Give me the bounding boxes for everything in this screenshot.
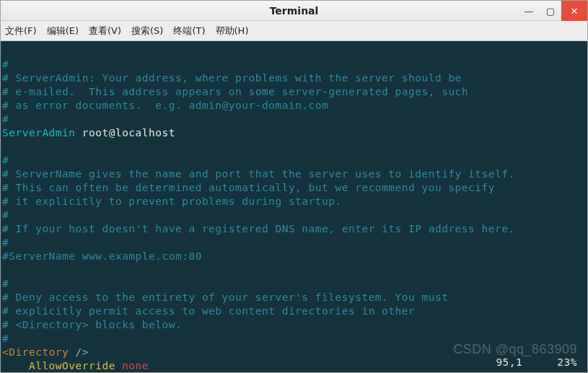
directive-serveradmin: ServerAdmin [2,127,76,139]
config-line: # [2,154,9,166]
config-line: # it explicitly to prevent problems duri… [2,196,342,207]
window-title: Terminal [270,5,319,17]
menu-view[interactable]: 查看(V) [89,25,121,38]
menu-terminal[interactable]: 终端(T) [173,25,205,38]
config-line: # explicitly permit access to web conten… [2,305,415,317]
directory-tag-open: <Directory [2,346,76,358]
scroll-percent: 23% [557,356,577,369]
menu-edit[interactable]: 编辑(E) [47,25,79,38]
terminal-output[interactable]: # # ServerAdmin: Your address, where pro… [1,41,587,372]
config-line: # e-mailed. This address appears on some… [2,86,468,97]
config-line: #ServerName www.example.com:80 [2,250,202,262]
config-line: # Deny access to the entirety of your se… [2,291,448,303]
directive-allowoverride-value: none [122,360,149,372]
menu-search[interactable]: 搜索(S) [131,25,163,38]
directive-serveradmin-value: root@localhost [76,127,175,139]
config-line: # as error documents. e.g. admin@your-do… [2,100,328,111]
window-controls: — ▢ ✕ [518,1,587,21]
config-line: # [2,113,9,125]
config-line: # This can often be determined automatic… [2,182,495,193]
cursor-position: 95,1 [496,356,522,369]
config-line: # If your host doesn't have a registered… [2,223,515,234]
menubar: 文件(F) 编辑(E) 查看(V) 搜索(S) 终端(T) 帮助(H) [1,21,587,41]
directory-tag-close: > [82,346,89,358]
close-button[interactable]: ✕ [561,1,587,21]
directory-path: / [76,346,82,358]
minimize-button[interactable]: — [518,2,540,19]
vim-status-line: 95,1 23% [496,356,577,369]
menu-help[interactable]: 帮助(H) [216,25,249,38]
directive-allowoverride: AllowOverride [2,360,122,372]
config-line: # ServerAdmin: Your address, where probl… [2,72,462,84]
titlebar: Terminal — ▢ ✕ [1,1,587,21]
watermark-text: CSDN @qq_863909 [453,343,577,356]
config-line: # [2,237,9,248]
config-line: # [2,278,9,289]
config-line: # ServerName gives the name and port tha… [2,168,515,180]
config-line: # [2,209,9,221]
config-line: # [2,58,9,70]
maximize-button[interactable]: ▢ [540,2,561,19]
menu-file[interactable]: 文件(F) [5,25,37,38]
config-line: # <Directory> blocks below. [2,319,182,330]
config-line: # [2,333,9,344]
